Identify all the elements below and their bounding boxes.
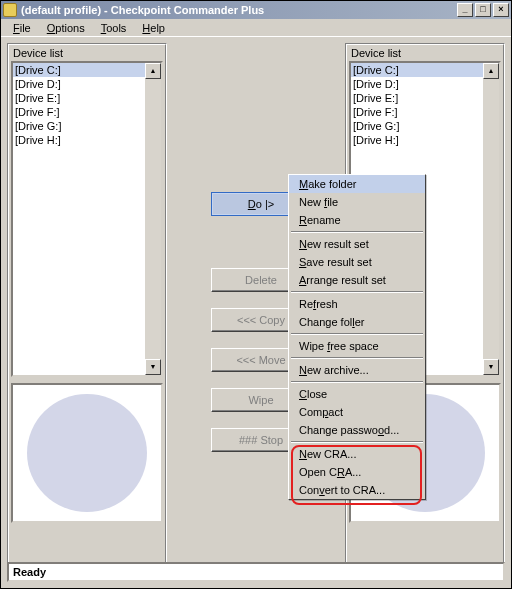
left-pie-area <box>11 383 163 523</box>
scroll-down-icon[interactable]: ▼ <box>483 359 499 375</box>
drive-item[interactable]: [Drive D:] <box>351 77 499 91</box>
maximize-button[interactable]: □ <box>475 3 491 17</box>
scroll-down-icon[interactable]: ▼ <box>145 359 161 375</box>
menu-convert-cra[interactable]: Convert to CRA... <box>289 481 425 499</box>
drive-item[interactable]: [Drive H:] <box>13 133 161 147</box>
pie-chart-icon <box>27 394 147 512</box>
menu-separator <box>291 441 423 443</box>
drive-item[interactable]: [Drive E:] <box>13 91 161 105</box>
do-dropdown-menu: Make folder New file Rename New result s… <box>288 174 426 500</box>
minimize-button[interactable]: _ <box>457 3 473 17</box>
menu-options[interactable]: Options <box>39 20 93 36</box>
menu-close[interactable]: Close <box>289 385 425 403</box>
scroll-up-icon[interactable]: ▲ <box>145 63 161 79</box>
left-panel: Device list [Drive C:][Drive D:][Drive E… <box>7 43 167 573</box>
left-device-list[interactable]: [Drive C:][Drive D:][Drive E:][Drive F:]… <box>11 61 163 377</box>
drive-item[interactable]: [Drive C:] <box>13 63 161 77</box>
app-icon <box>3 3 17 17</box>
menu-new-archive[interactable]: New archive... <box>289 361 425 379</box>
drive-item[interactable]: [Drive F:] <box>351 105 499 119</box>
drive-item[interactable]: [Drive H:] <box>351 133 499 147</box>
drive-item[interactable]: [Drive G:] <box>351 119 499 133</box>
menu-arrange-result-set[interactable]: Arrange result set <box>289 271 425 289</box>
menu-file[interactable]: File <box>5 20 39 36</box>
drive-item[interactable]: [Drive C:] <box>351 63 499 77</box>
menu-new-file[interactable]: New file <box>289 193 425 211</box>
scroll-up-icon[interactable]: ▲ <box>483 63 499 79</box>
menu-new-cra[interactable]: New CRA... <box>289 445 425 463</box>
menubar: File Options Tools Help <box>1 19 511 37</box>
menu-new-result-set[interactable]: New result set <box>289 235 425 253</box>
menu-open-cra[interactable]: Open CRA... <box>289 463 425 481</box>
titlebar: (default profile) - Checkpoint Commander… <box>1 1 511 19</box>
menu-separator <box>291 381 423 383</box>
drive-item[interactable]: [Drive E:] <box>351 91 499 105</box>
scrollbar[interactable]: ▲ ▼ <box>145 63 161 375</box>
window-title: (default profile) - Checkpoint Commander… <box>21 4 457 16</box>
status-bar: Ready <box>7 562 505 582</box>
right-panel-label: Device list <box>349 47 501 61</box>
menu-change-password[interactable]: Change passwood... <box>289 421 425 439</box>
menu-separator <box>291 357 423 359</box>
left-panel-label: Device list <box>11 47 163 61</box>
status-text: Ready <box>13 566 46 578</box>
menu-refresh[interactable]: Refresh <box>289 295 425 313</box>
menu-separator <box>291 231 423 233</box>
drive-item[interactable]: [Drive F:] <box>13 105 161 119</box>
menu-change-folder[interactable]: Change foller <box>289 313 425 331</box>
menu-help[interactable]: Help <box>134 20 173 36</box>
menu-wipe-free-space[interactable]: Wipe free space <box>289 337 425 355</box>
menu-tools[interactable]: Tools <box>93 20 135 36</box>
menu-save-result-set[interactable]: Save result set <box>289 253 425 271</box>
menu-rename[interactable]: Rename <box>289 211 425 229</box>
scrollbar[interactable]: ▲ ▼ <box>483 63 499 375</box>
menu-separator <box>291 291 423 293</box>
close-button[interactable]: × <box>493 3 509 17</box>
menu-compact[interactable]: Compact <box>289 403 425 421</box>
drive-item[interactable]: [Drive D:] <box>13 77 161 91</box>
drive-item[interactable]: [Drive G:] <box>13 119 161 133</box>
menu-separator <box>291 333 423 335</box>
menu-make-folder[interactable]: Make folder <box>289 175 425 193</box>
